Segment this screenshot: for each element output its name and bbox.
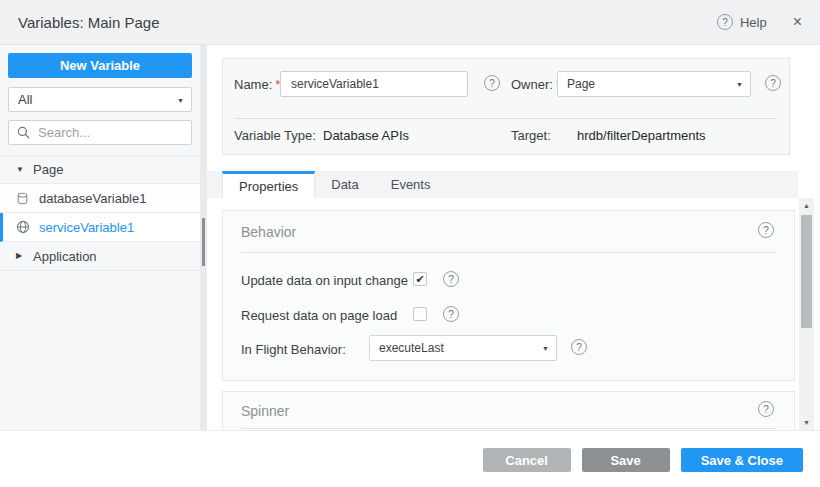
spinner-section-title: Spinner [241,403,289,419]
request-data-help-icon[interactable] [443,306,459,322]
owner-help-icon[interactable] [765,75,781,91]
save-button[interactable]: Save [582,448,670,472]
tree-item-database-variable[interactable]: databaseVariable1 [0,184,200,213]
help-link[interactable]: Help [740,15,767,30]
globe-icon [16,220,32,234]
behavior-divider [241,252,776,253]
tree-item-label: serviceVariable1 [39,220,134,235]
variable-type-value: Database APIs [323,128,409,143]
target-label: Target: [511,128,551,143]
database-icon [16,192,32,205]
variable-search [8,120,192,145]
tab-events[interactable]: Events [375,171,447,198]
request-data-label: Request data on page load [241,308,397,323]
update-data-help-icon[interactable] [443,271,459,287]
owner-select[interactable]: Page [557,71,751,97]
chevron-down-icon [542,345,549,352]
sidebar-scrollbar[interactable] [200,45,207,430]
save-and-close-button[interactable]: Save & Close [681,448,803,472]
variable-detail-panel: Name:* Owner:* Page Variable Type: Datab… [207,45,820,430]
request-data-checkbox[interactable] [413,307,427,321]
dialog-header: Variables: Main Page Help [0,0,820,45]
in-flight-behavior-label: In Flight Behavior: [241,342,346,357]
variable-summary-panel: Name:* Owner:* Page Variable Type: Datab… [222,58,790,155]
search-input[interactable] [36,124,183,141]
spinner-divider [241,428,776,429]
close-icon[interactable] [793,14,802,30]
scroll-up-icon[interactable] [799,202,814,209]
variable-filter-value: All [18,92,32,107]
tree-item-label: databaseVariable1 [39,191,146,206]
new-variable-button[interactable]: New Variable [8,53,192,78]
tree-group-label: Application [33,249,97,264]
in-flight-behavior-value: executeLast [379,341,444,355]
variables-tree: Page databaseVariable1 [0,155,200,271]
header-actions: Help [717,14,802,30]
tab-data[interactable]: Data [315,171,374,198]
target-value: hrdb/filterDepartments [577,128,706,143]
spinner-help-icon[interactable] [758,401,774,417]
properties-scrollbar[interactable] [799,198,814,430]
dialog-title: Variables: Main Page [18,14,159,31]
variables-dialog: Variables: Main Page Help New Variable A… [0,0,820,487]
sidebar-controls: New Variable All [0,45,200,145]
variable-type-label: Variable Type: [234,128,316,143]
check-icon: ✔ [415,274,424,285]
help-icon[interactable] [717,14,733,30]
dialog-footer: Cancel Save Save & Close [0,430,820,487]
name-label: Name:* [234,77,280,92]
spinner-section: Spinner [222,391,795,430]
tree-group-page[interactable]: Page [0,155,200,184]
chevron-down-icon [736,81,743,88]
update-data-checkbox[interactable]: ✔ [413,272,427,286]
caret-right-icon[interactable] [16,252,33,260]
tree-group-label: Page [33,162,63,177]
chevron-down-icon [177,96,184,103]
in-flight-help-icon[interactable] [571,339,587,355]
tree-item-service-variable[interactable]: serviceVariable1 [0,213,200,242]
behavior-section: Behavior Update data on input change ✔ R… [222,210,795,381]
name-input[interactable] [280,71,468,97]
properties-scrollbar-thumb[interactable] [801,215,812,328]
owner-label: Owner:* [511,77,561,92]
behavior-help-icon[interactable] [758,222,774,238]
behavior-section-title: Behavior [241,224,296,240]
variable-filter-select[interactable]: All [8,87,192,112]
search-icon [17,126,30,139]
owner-select-value: Page [567,77,595,91]
caret-down-icon[interactable] [16,166,33,174]
in-flight-behavior-select[interactable]: executeLast [369,335,557,361]
name-help-icon[interactable] [484,75,500,91]
scroll-down-icon[interactable] [799,419,814,426]
update-data-label: Update data on input change [241,273,408,288]
tree-group-application[interactable]: Application [0,242,200,271]
form-divider [235,118,777,119]
sidebar-scrollbar-thumb[interactable] [202,218,205,266]
tab-properties[interactable]: Properties [222,171,315,198]
cancel-button[interactable]: Cancel [483,448,571,472]
detail-tabs: Properties Data Events [207,171,798,198]
variables-sidebar: New Variable All Page [0,45,200,430]
